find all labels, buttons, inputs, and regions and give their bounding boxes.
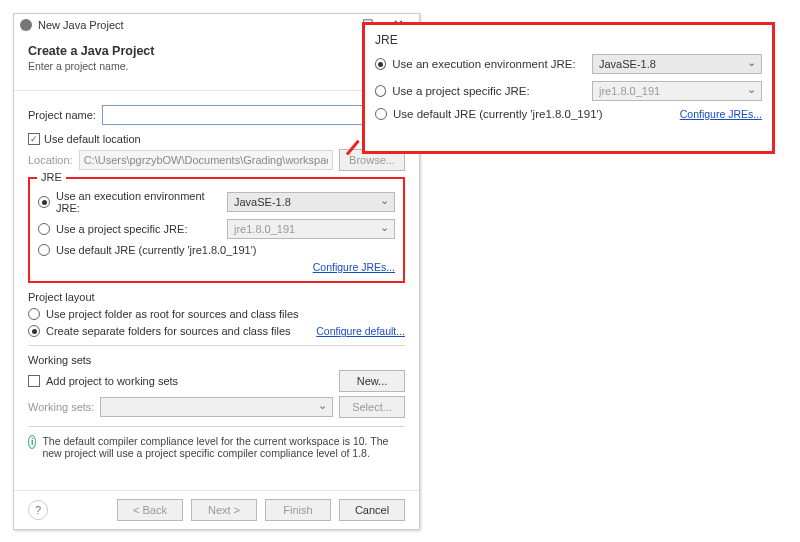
working-sets-title: Working sets [28,354,405,366]
callout-jre-project-label: Use a project specific JRE: [392,85,586,97]
jre-env-radio[interactable] [38,196,50,208]
project-name-input[interactable] [102,105,405,125]
finish-button: Finish [265,499,331,521]
new-working-set-button[interactable]: New... [339,370,405,392]
titlebar: New Java Project ☐ ✕ [14,14,419,36]
location-label: Location: [28,154,73,166]
next-button: Next > [191,499,257,521]
jre-project-select: jre1.8.0_191 [227,219,395,239]
dialog-footer: ? < Back Next > Finish Cancel [14,490,419,529]
layout-root-label: Use project folder as root for sources a… [46,308,299,320]
dialog-header: Create a Java Project Enter a project na… [14,36,419,91]
layout-separate-radio[interactable] [28,325,40,337]
callout-jre-project-radio[interactable] [375,85,386,97]
jre-callout-title: JRE [375,33,762,47]
callout-jre-env-select[interactable]: JavaSE-1.8 [592,54,762,74]
configure-jres-link[interactable]: Configure JREs... [313,261,395,273]
configure-layout-link[interactable]: Configure default... [316,325,405,337]
layout-separate-label: Create separate folders for sources and … [46,325,291,337]
location-input [79,150,333,170]
jre-default-radio[interactable] [38,244,50,256]
layout-root-radio[interactable] [28,308,40,320]
jre-env-label: Use an execution environment JRE: [56,190,221,214]
compiler-info: i The default compiler compliance level … [28,435,405,459]
add-working-sets-label: Add project to working sets [46,375,178,387]
project-layout-title: Project layout [28,291,405,303]
eclipse-icon [20,19,32,31]
compiler-info-text: The default compiler compliance level fo… [42,435,405,459]
help-button[interactable]: ? [28,500,48,520]
jre-env-select[interactable]: JavaSE-1.8 [227,192,395,212]
use-default-location-label: Use default location [44,133,141,145]
use-default-location-checkbox[interactable]: ✓ [28,133,40,145]
callout-jre-env-radio[interactable] [375,58,386,70]
callout-configure-jres-link[interactable]: Configure JREs... [680,108,762,120]
callout-jre-env-label: Use an execution environment JRE: [392,58,586,70]
jre-project-radio[interactable] [38,223,50,235]
callout-jre-default-label: Use default JRE (currently 'jre1.8.0_191… [393,108,603,120]
jre-callout: JRE Use an execution environment JRE: Ja… [362,22,775,154]
dialog-title: Create a Java Project [28,44,405,58]
new-java-project-dialog: New Java Project ☐ ✕ Create a Java Proje… [13,13,420,530]
project-name-label: Project name: [28,109,96,121]
cancel-button[interactable]: Cancel [339,499,405,521]
dialog-subtitle: Enter a project name. [28,60,405,72]
window-title: New Java Project [38,14,124,36]
add-working-sets-checkbox[interactable] [28,375,40,387]
jre-project-label: Use a project specific JRE: [56,223,221,235]
back-button: < Back [117,499,183,521]
working-sets-select [100,397,333,417]
callout-jre-default-radio[interactable] [375,108,387,120]
select-working-sets-button: Select... [339,396,405,418]
jre-default-label: Use default JRE (currently 'jre1.8.0_191… [56,244,256,256]
jre-group-title: JRE [37,171,66,183]
jre-group: JRE Use an execution environment JRE: Ja… [28,177,405,283]
working-sets-label: Working sets: [28,401,94,413]
info-icon: i [28,435,36,449]
callout-jre-project-select: jre1.8.0_191 [592,81,762,101]
